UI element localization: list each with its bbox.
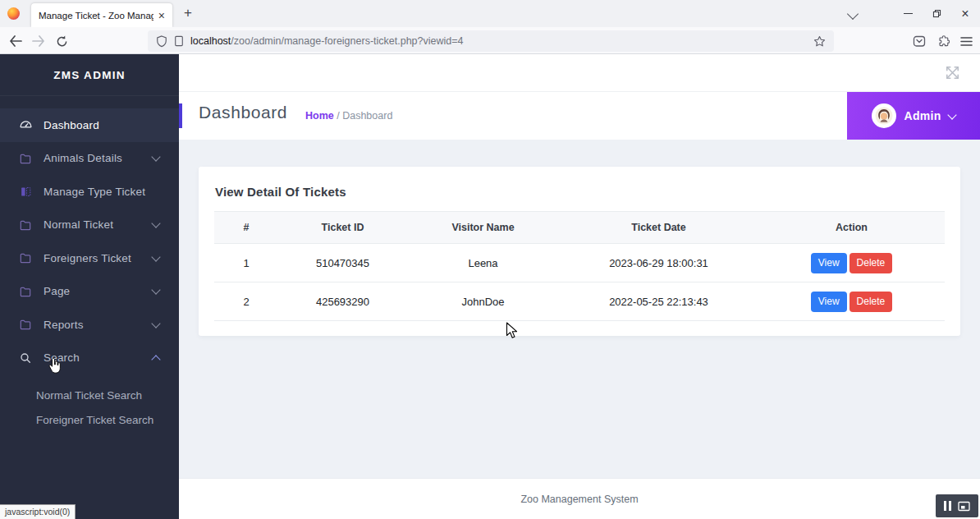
page-title: Dashboard — [199, 103, 287, 122]
tickets-table: # Ticket ID Visitor Name Ticket Date Act… — [214, 211, 945, 321]
chevron-down-icon — [151, 252, 160, 261]
chevron-down-icon — [151, 319, 160, 328]
url-bar[interactable]: localhost/zoo/admin/manage-foreigners-ti… — [148, 30, 834, 52]
col-header-visitor-name: Visitor Name — [407, 212, 559, 244]
sidebar-item-reports[interactable]: Reports — [0, 308, 179, 342]
brand-title: ZMS ADMIN — [0, 54, 179, 96]
window-close-button[interactable]: × — [951, 0, 979, 27]
chevron-down-icon — [151, 153, 160, 162]
restore-icon — [932, 8, 942, 19]
sidebar-item-dashboard[interactable]: Dashboard — [0, 108, 179, 142]
main-area: Dashboard Home / Dashboard Admin View De… — [179, 54, 980, 519]
browser-tab-strip: Manage Ticket - Zoo Management × + × — [0, 0, 980, 27]
recording-control-overlay[interactable] — [936, 494, 978, 517]
forward-button[interactable] — [30, 32, 48, 50]
table-row: 2 425693290 JohnDoe 2022-05-25 22:13:43 … — [214, 282, 945, 321]
app-menu-icon[interactable] — [957, 32, 975, 50]
picture-in-picture-icon[interactable] — [958, 501, 970, 512]
sidebar-item-foreigners-ticket[interactable]: Foreigners Ticket — [0, 241, 179, 275]
view-button[interactable]: View — [811, 253, 847, 273]
sidebar-item-label: Foreigners Ticket — [44, 252, 131, 264]
bookmark-star-icon[interactable] — [813, 35, 826, 48]
delete-button[interactable]: Delete — [849, 253, 893, 273]
cell-visitor-name: JohnDoe — [407, 282, 559, 321]
sidebar-item-search[interactable]: Search — [0, 342, 179, 375]
table-header-row: # Ticket ID Visitor Name Ticket Date Act… — [214, 212, 945, 244]
sidebar-item-normal-ticket[interactable]: Normal Ticket — [0, 209, 179, 242]
sidebar-subitem-foreigner-ticket-search[interactable]: Foreigner Ticket Search — [36, 407, 179, 432]
sidebar-item-manage-type-ticket[interactable]: Manage Type Ticket — [0, 175, 179, 209]
folder-icon — [18, 152, 33, 165]
back-button[interactable] — [7, 32, 25, 50]
delete-button[interactable]: Delete — [849, 292, 893, 312]
admin-label: Admin — [904, 109, 941, 122]
topbar — [179, 54, 980, 92]
cell-visitor-name: Leena — [407, 244, 559, 282]
sidebar-subitem-label: Normal Ticket Search — [36, 389, 142, 402]
page-info-icon[interactable] — [174, 35, 184, 47]
extensions-icon[interactable] — [934, 32, 952, 50]
fullscreen-expand-icon[interactable] — [943, 63, 962, 85]
col-header-ticket-date: Ticket Date — [559, 212, 758, 244]
pocket-icon[interactable] — [910, 32, 928, 50]
cell-actions: ViewDelete — [758, 244, 945, 282]
sidebar-item-label: Search — [44, 351, 80, 364]
sidebar-item-label: Normal Ticket — [44, 218, 113, 231]
tab-title: Manage Ticket - Zoo Management — [39, 11, 153, 21]
new-tab-button[interactable]: + — [177, 2, 199, 24]
chevron-down-icon — [151, 219, 160, 228]
sidebar-item-label: Page — [44, 285, 70, 297]
folder-icon — [18, 218, 33, 232]
breadcrumb: Home / Dashboard — [305, 110, 392, 122]
window-minimize-button[interactable] — [894, 0, 922, 27]
breadcrumb-separator: / — [337, 110, 339, 122]
chevron-down-icon — [947, 110, 956, 119]
col-header-num: # — [214, 212, 278, 244]
admin-dropdown-button[interactable]: Admin — [847, 92, 980, 140]
url-host: localhost — [190, 35, 231, 47]
sidebar-subitem-normal-ticket-search[interactable]: Normal Ticket Search — [36, 383, 179, 407]
sidebar-item-animals-details[interactable]: Animals Details — [0, 142, 179, 176]
avatar — [872, 103, 896, 128]
status-tooltip: javascript:void(0) — [0, 504, 76, 519]
sidebar-item-label: Dashboard — [44, 119, 99, 131]
cell-num: 2 — [214, 282, 278, 321]
gauge-icon — [18, 118, 33, 132]
col-header-ticket-id: Ticket ID — [278, 212, 407, 244]
sidebar-item-label: Reports — [44, 319, 84, 331]
pause-icon[interactable] — [944, 501, 951, 511]
sidebar-item-page[interactable]: Page — [0, 275, 179, 309]
cell-num: 1 — [214, 244, 278, 282]
chevron-down-icon — [151, 286, 160, 295]
screen: Manage Ticket - Zoo Management × + × loc… — [0, 0, 980, 519]
sidebar: ZMS ADMIN Dashboard Animals Details M — [0, 54, 179, 519]
shield-icon[interactable] — [156, 35, 167, 48]
folder-icon — [18, 251, 33, 264]
tickets-card: View Detail Of Tickets # Ticket ID Visit… — [199, 167, 960, 336]
url-text[interactable]: localhost/zoo/admin/manage-foreigners-ti… — [190, 35, 807, 47]
cell-actions: ViewDelete — [758, 282, 945, 321]
breadcrumb-current: Dashboard — [342, 110, 392, 122]
search-icon — [18, 351, 33, 365]
table-row: 1 510470345 Leena 2023-06-29 18:00:31 Vi… — [214, 244, 945, 282]
window-restore-button[interactable] — [923, 0, 950, 27]
tab-close-icon[interactable]: × — [158, 10, 165, 21]
firefox-logo — [7, 7, 20, 20]
reload-button[interactable] — [53, 32, 71, 50]
browser-tab[interactable]: Manage Ticket - Zoo Management × — [31, 3, 172, 27]
folder-icon — [18, 318, 33, 331]
page-footer: Zoo Management System — [179, 478, 980, 519]
search-submenu: Normal Ticket Search Foreigner Ticket Se… — [0, 374, 179, 432]
cell-ticket-date: 2022-05-25 22:13:43 — [559, 282, 758, 321]
list-tabs-chevron-icon[interactable] — [847, 8, 859, 20]
url-path: /zoo/admin/manage-foreigners-ticket.php?… — [231, 35, 463, 47]
sidebar-item-label: Animals Details — [44, 152, 122, 164]
breadcrumb-home-link[interactable]: Home — [305, 110, 334, 122]
sidebar-subitem-label: Foreigner Ticket Search — [36, 414, 153, 426]
sidebar-item-label: Manage Type Ticket — [44, 186, 145, 198]
chevron-up-icon — [151, 355, 160, 364]
columns-icon — [18, 186, 33, 198]
view-button[interactable]: View — [811, 292, 847, 312]
cell-ticket-id: 425693290 — [278, 282, 407, 321]
col-header-action: Action — [758, 212, 945, 244]
